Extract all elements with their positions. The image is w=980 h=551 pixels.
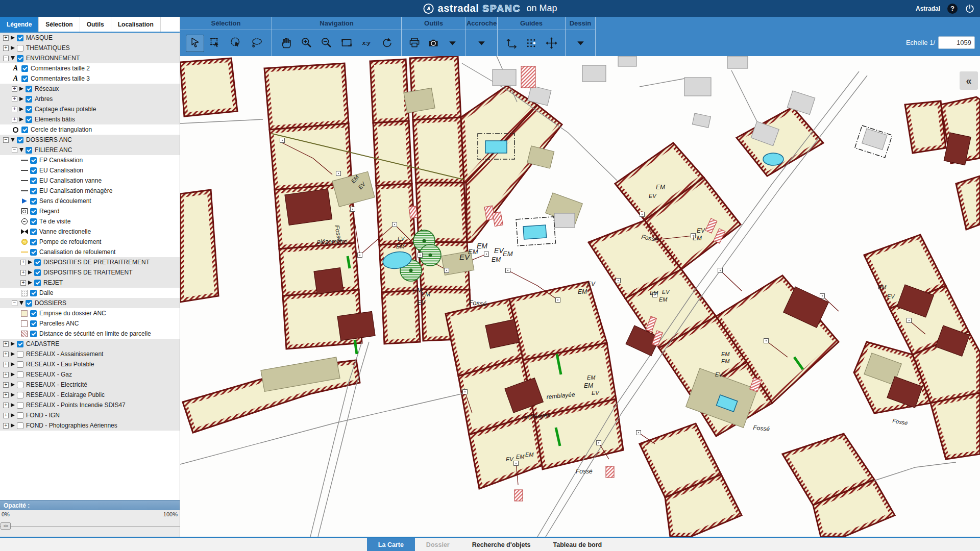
ellipse-select-icon[interactable] — [227, 35, 246, 52]
tree-row[interactable]: Regard — [0, 206, 180, 216]
parcel[interactable] — [413, 117, 464, 183]
layer-checkbox[interactable] — [21, 76, 28, 82]
caret-icon[interactable] — [444, 35, 462, 52]
layer-checkbox[interactable] — [26, 86, 32, 92]
sidebar-tab-localisation[interactable]: Localisation — [111, 17, 161, 32]
tree-row[interactable]: Té de visite — [0, 216, 180, 227]
tree-row[interactable]: Sens d'écoulement — [0, 196, 180, 206]
sidebar-tab-légende[interactable]: Légende — [0, 17, 39, 32]
tree-row[interactable]: +DISPOSITIFS DE TRAITEMENT — [0, 267, 180, 278]
layer-checkbox[interactable] — [26, 116, 32, 123]
opacity-slider-track[interactable] — [0, 526, 180, 527]
tree-expander-icon[interactable]: + — [3, 45, 9, 51]
layer-checkbox[interactable] — [30, 208, 37, 215]
tree-expander-icon[interactable]: − — [3, 137, 9, 143]
arrow-right-icon[interactable] — [11, 372, 15, 377]
tree-row[interactable]: EU Canalisation ménagère — [0, 186, 180, 196]
camera-icon[interactable] — [425, 35, 443, 52]
arrow-down-icon[interactable] — [19, 301, 23, 305]
zoom-in-icon[interactable] — [297, 35, 315, 52]
pan-hand-icon[interactable] — [277, 35, 296, 52]
layer-checkbox[interactable] — [17, 45, 23, 52]
arrow-right-icon[interactable] — [11, 36, 15, 40]
tree-expander-icon[interactable]: + — [3, 35, 9, 41]
layer-checkbox[interactable] — [17, 402, 23, 409]
tree-row[interactable]: +FOND - Photographies Aériennes — [0, 420, 180, 431]
tree-row[interactable]: −DOSSIERS — [0, 298, 180, 308]
layer-checkbox[interactable] — [17, 351, 23, 358]
tree-row[interactable]: EU Canalisation vanne — [0, 176, 180, 186]
tree-expander-icon[interactable]: + — [20, 270, 26, 276]
tree-row[interactable]: +Captage d'eau potable — [0, 104, 180, 114]
layer-checkbox[interactable] — [34, 259, 41, 266]
user-name[interactable]: Astradal — [916, 5, 940, 12]
bottom-tab-la-carte[interactable]: La Carte — [367, 538, 415, 551]
tree-row[interactable]: +REJET — [0, 278, 180, 288]
tree-row[interactable]: −ENVIRONNEMENT — [0, 53, 180, 63]
arrow-right-icon[interactable] — [11, 393, 15, 397]
caret-icon[interactable] — [571, 35, 590, 52]
dot-grid-icon[interactable] — [522, 35, 541, 52]
tree-expander-icon[interactable]: + — [3, 423, 9, 429]
tree-row[interactable]: Dalle — [0, 288, 180, 298]
arrow-down-icon[interactable] — [11, 56, 15, 60]
tree-row[interactable]: EP Canalisation — [0, 155, 180, 165]
arrow-right-icon[interactable] — [11, 383, 15, 387]
layer-checkbox[interactable] — [34, 269, 41, 276]
tree-row[interactable]: Pompe de refoulement — [0, 237, 180, 247]
tree-expander-icon[interactable]: + — [3, 362, 9, 367]
tree-row[interactable]: ACommentaires taille 3 — [0, 73, 180, 84]
tree-expander-icon[interactable]: − — [12, 147, 17, 153]
layer-checkbox[interactable] — [21, 127, 28, 133]
layer-checkbox[interactable] — [30, 198, 37, 205]
tree-expander-icon[interactable]: + — [12, 86, 17, 92]
tree-expander-icon[interactable]: + — [3, 413, 9, 418]
tree-row[interactable]: +RESEAUX - Eau Potable — [0, 359, 180, 369]
tree-expander-icon[interactable]: − — [3, 56, 9, 61]
arrow-right-icon[interactable] — [28, 260, 32, 264]
arrow-right-icon[interactable] — [11, 342, 15, 346]
bottom-tab-recherche-d-objets[interactable]: Recherche d'objets — [461, 538, 542, 551]
rotate-icon[interactable] — [378, 35, 396, 52]
power-icon[interactable] — [965, 4, 975, 14]
layer-checkbox[interactable] — [17, 55, 23, 62]
layer-checkbox[interactable] — [17, 361, 23, 368]
move-icon[interactable] — [542, 35, 560, 52]
tree-row[interactable]: +DISPOSITIFS DE PRETRAITREMENT — [0, 257, 180, 267]
parcel[interactable] — [264, 63, 349, 130]
arrow-right-icon[interactable] — [28, 270, 32, 274]
tree-expander-icon[interactable]: + — [20, 260, 26, 265]
tree-row[interactable]: +MASQUE — [0, 33, 180, 43]
rect-select-icon[interactable] — [206, 35, 225, 52]
tree-expander-icon[interactable]: + — [3, 403, 9, 408]
tree-expander-icon[interactable]: + — [12, 96, 17, 102]
layer-checkbox[interactable] — [34, 280, 41, 286]
lasso-icon[interactable] — [248, 35, 266, 52]
tree-row[interactable]: Parcelles ANC — [0, 318, 180, 329]
arrow-right-icon[interactable] — [11, 413, 15, 417]
tree-row[interactable]: +RESEAUX - Electricité — [0, 380, 180, 390]
caret-icon[interactable] — [473, 35, 491, 52]
opacity-slider-handle[interactable]: <> — [1, 522, 11, 530]
arrow-right-icon[interactable] — [19, 87, 23, 91]
tree-row[interactable]: +RESEAUX - Points Incendie SDIS47 — [0, 400, 180, 410]
arrow-right-icon[interactable] — [11, 423, 15, 428]
layer-checkbox[interactable] — [30, 249, 37, 256]
layer-checkbox[interactable] — [30, 310, 37, 317]
layer-checkbox[interactable] — [17, 422, 23, 429]
layer-checkbox[interactable] — [26, 300, 32, 307]
tree-expander-icon[interactable]: + — [3, 382, 9, 388]
layer-checkbox[interactable] — [17, 137, 23, 143]
axes-icon[interactable] — [502, 35, 521, 52]
collapse-panel-button[interactable]: « — [960, 71, 978, 90]
layer-checkbox[interactable] — [30, 239, 37, 245]
arrow-right-icon[interactable] — [19, 97, 23, 101]
layer-checkbox[interactable] — [30, 167, 37, 174]
xy-icon[interactable]: x:y — [358, 35, 376, 52]
layer-checkbox[interactable] — [17, 382, 23, 388]
scale-input[interactable] — [938, 36, 975, 49]
tree-row[interactable]: +Arbres — [0, 94, 180, 104]
sidebar-tab-outils[interactable]: Outils — [80, 17, 111, 32]
arrow-right-icon[interactable] — [11, 352, 15, 356]
arrow-right-icon[interactable] — [28, 281, 32, 285]
